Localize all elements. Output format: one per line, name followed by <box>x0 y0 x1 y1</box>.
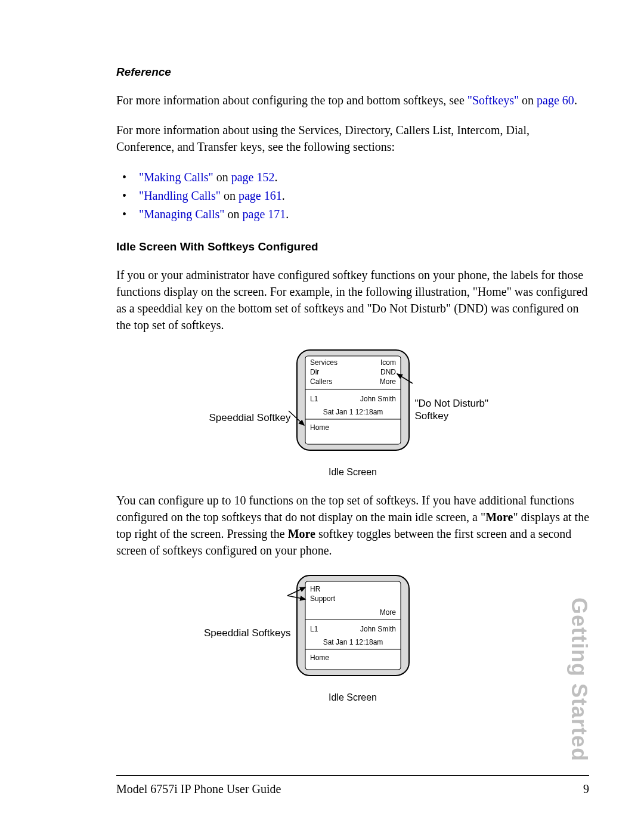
figure-caption: Idle Screen <box>329 692 377 703</box>
text: . <box>282 189 285 202</box>
softkey-label: Services <box>310 358 338 367</box>
callout-speeddial-softkeys: Speeddial Softkeys <box>192 627 293 639</box>
bullet-item: "Handling Calls" on page 161. <box>122 187 589 205</box>
footer-title: Model 6757i IP Phone User Guide <box>116 782 281 796</box>
text: Softkey <box>415 410 449 422</box>
section3-para: You can configure up to 10 functions on … <box>116 492 589 559</box>
text: on <box>225 208 243 221</box>
datetime: Sat Jan 1 12:18am <box>323 638 383 646</box>
datetime: Sat Jan 1 12:18am <box>323 408 383 416</box>
reference-bullet-list: "Making Calls" on page 152. "Handling Ca… <box>122 168 589 224</box>
text: on <box>213 171 231 184</box>
text: on <box>519 94 537 107</box>
text: "Do Not Disturb" <box>415 398 489 409</box>
line-name: John Smith <box>360 625 395 633</box>
reference-para-2: For more information about using the Ser… <box>116 122 589 155</box>
page: Reference For more information about con… <box>0 0 644 833</box>
bullet-item: "Managing Calls" on page 171. <box>122 205 589 224</box>
softkey-label: More <box>379 608 396 617</box>
reference-para-1: For more information about configuring t… <box>116 92 589 109</box>
line-name: John Smith <box>360 395 395 403</box>
footer-rule <box>116 775 589 776</box>
softkey-label: Support <box>310 594 336 603</box>
softkey-label: More <box>379 377 396 386</box>
text: . <box>274 171 277 184</box>
link-handling-calls[interactable]: "Handling Calls" <box>139 189 221 202</box>
link-page-60[interactable]: page 60 <box>537 94 574 107</box>
link-page-171[interactable]: page 171 <box>243 208 286 221</box>
link-page-161[interactable]: page 161 <box>239 189 282 202</box>
callout-dnd-softkey: "Do Not Disturb" Softkey <box>413 397 508 423</box>
reference-heading: Reference <box>116 66 589 79</box>
link-managing-calls[interactable]: "Managing Calls" <box>139 208 225 221</box>
text: on <box>221 189 239 202</box>
softkey-label: Dir <box>310 368 319 376</box>
section-heading-idle-screen: Idle Screen With Softkeys Configured <box>116 240 589 253</box>
footer: Model 6757i IP Phone User Guide 9 <box>116 782 589 796</box>
phone-screen-icon: Services Dir Callers Icom DND More L1 Jo… <box>293 346 413 461</box>
softkey-label: HR <box>310 585 321 593</box>
line-label: L1 <box>310 625 318 633</box>
figure-1: Speeddial Softkey Services Dir Callers I… <box>116 346 589 478</box>
text: For more information about configuring t… <box>116 94 467 107</box>
figure-2: Speeddial Softkeys HR Support More L1 Jo… <box>116 572 589 703</box>
softkey-label: DND <box>380 368 396 376</box>
phone-screen-icon: HR Support More L1 John Smith Sat Jan 1 … <box>293 572 413 686</box>
softkey-label: Home <box>310 423 329 432</box>
bold-more: More <box>485 510 513 524</box>
line-label: L1 <box>310 395 318 403</box>
link-making-calls[interactable]: "Making Calls" <box>139 171 213 184</box>
section2-para-1: If you or your administrator have config… <box>116 267 589 333</box>
softkey-label: Icom <box>380 358 395 367</box>
footer-page-number: 9 <box>583 782 589 796</box>
side-tab-getting-started: Getting Started <box>566 597 592 761</box>
link-page-152[interactable]: page 152 <box>231 171 275 184</box>
softkey-label: Home <box>310 654 329 662</box>
bold-more: More <box>288 527 315 540</box>
link-softkeys[interactable]: "Softkeys" <box>467 94 519 107</box>
figure-caption: Idle Screen <box>329 467 377 478</box>
bullet-item: "Making Calls" on page 152. <box>122 168 589 187</box>
callout-speeddial-softkey: Speeddial Softkey <box>198 411 293 424</box>
softkey-label: Callers <box>310 377 332 386</box>
text: . <box>286 208 289 221</box>
text: . <box>574 94 577 107</box>
